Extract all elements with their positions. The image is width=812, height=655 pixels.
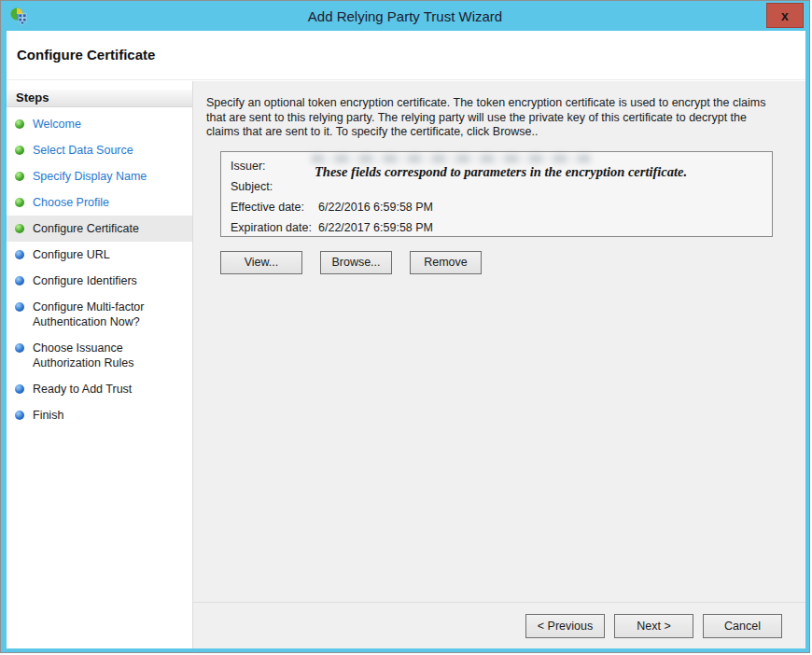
step-label: Choose Profile [33,196,109,209]
steps-list: WelcomeSelect Data SourceSpecify Display… [7,111,192,428]
step-done-dot-icon [15,119,24,129]
cert-field-label: Effective date: [231,201,318,214]
step-done-dot-icon [15,172,24,181]
steps-header: Steps [7,89,192,107]
cert-field-label: Issuer: [231,160,318,173]
sidebar-step-configure-identifiers: Configure Identifiers [7,268,192,294]
previous-button[interactable]: < Previous [525,614,605,638]
sidebar-step-configure-certificate: Configure Certificate [7,216,192,242]
step-pending-dot-icon [15,250,24,259]
cert-field-label: Subject: [231,180,318,193]
dialog-body: Configure Certificate Steps WelcomeSelec… [7,31,805,648]
description-text: Specify an optional token encryption cer… [206,96,777,140]
step-label: Choose Issuance Authorization Rules [33,341,133,369]
browse-button[interactable]: Browse... [320,251,392,274]
annotation-text: These fields correspond to parameters in… [315,164,764,180]
sidebar-step-choose-profile[interactable]: Choose Profile [7,189,192,216]
header-band: Configure Certificate [7,31,805,80]
sidebar-step-select-data-source[interactable]: Select Data Source [7,137,192,163]
content-row: Steps WelcomeSelect Data SourceSpecify D… [7,81,805,648]
close-icon: x [781,9,789,22]
step-label: Configure Certificate [33,222,139,235]
view-button[interactable]: View... [220,251,302,274]
sidebar-step-configure-multi-factor-authentication-now: Configure Multi-factor Authentication No… [7,294,192,335]
main-panel: Specify an optional token encryption cer… [193,81,805,648]
sidebar-step-specify-display-name[interactable]: Specify Display Name [7,163,192,189]
main-content: Specify an optional token encryption cer… [193,81,805,602]
step-label: Configure URL [33,248,110,261]
footer-bar: < Previous Next > Cancel [193,602,805,648]
step-done-dot-icon [15,198,24,207]
sidebar-step-finish: Finish [7,402,192,428]
step-pending-dot-icon [15,411,24,420]
step-done-dot-icon [15,146,24,155]
step-label: Specify Display Name [33,170,147,183]
step-done-dot-icon [15,224,24,233]
cert-field-value: 6/22/2017 6:59:58 PM [318,221,433,234]
window-title: Add Relying Party Trust Wizard [1,8,809,24]
step-label: Welcome [33,118,81,131]
step-label: Configure Multi-factor Authentication No… [33,300,145,328]
cert-field-value: 6/22/2016 6:59:58 PM [318,201,433,214]
cancel-button[interactable]: Cancel [703,614,782,638]
cert-field-label: Expiration date: [231,221,318,234]
certificate-actions: View... Browse... Remove [220,251,791,274]
steps-sidebar: Steps WelcomeSelect Data SourceSpecify D… [7,81,193,648]
cert-field-row: Expiration date:6/22/2017 6:59:58 PM [231,217,763,238]
sidebar-step-choose-issuance-authorization-rules: Choose Issuance Authorization Rules [7,335,192,376]
step-label: Select Data Source [33,144,133,157]
sidebar-step-configure-url: Configure URL [7,242,192,268]
step-pending-dot-icon [15,302,24,312]
step-label: Finish [33,409,63,422]
step-label: Configure Identifiers [33,274,137,287]
sidebar-step-ready-to-add-trust: Ready to Add Trust [7,376,192,402]
certificate-details-box: Issuer:Subject:Effective date:6/22/2016 … [220,151,773,237]
step-label: Ready to Add Trust [33,383,132,396]
titlebar: Add Relying Party Trust Wizard x [1,1,809,31]
remove-button[interactable]: Remove [410,251,482,274]
redacted-smudge [311,154,591,163]
close-button[interactable]: x [766,3,804,28]
step-pending-dot-icon [15,276,24,286]
cert-field-row: Effective date:6/22/2016 6:59:58 PM [231,197,763,217]
step-pending-dot-icon [15,343,24,353]
page-title: Configure Certificate [7,31,805,63]
step-pending-dot-icon [15,384,24,394]
next-button[interactable]: Next > [614,614,693,638]
wizard-window: Add Relying Party Trust Wizard x Configu… [0,0,810,653]
sidebar-step-welcome[interactable]: Welcome [7,111,192,137]
